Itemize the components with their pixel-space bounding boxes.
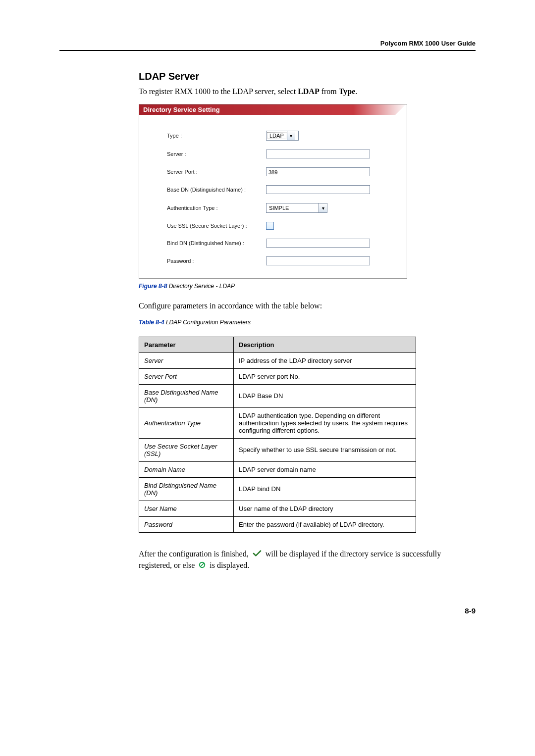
table-row: ServerIP address of the LDAP directory s… <box>139 353 416 368</box>
page: Polycom RMX 1000 User Guide LDAP Server … <box>0 0 535 645</box>
server-port-input[interactable]: 389 <box>266 167 370 176</box>
td-desc: LDAP Base DN <box>234 384 416 407</box>
label-server: Server : <box>167 151 266 157</box>
label-auth-type: Authentication Type : <box>167 205 266 211</box>
base-dn-input[interactable] <box>266 185 370 194</box>
table-row: Base Distinguished Name (DN)LDAP Base DN <box>139 384 416 407</box>
td-desc: LDAP authentication type. Depending on d… <box>234 407 416 438</box>
label-use-ssl: Use SSL (Secure Socket Layer) : <box>167 223 266 229</box>
td-desc: LDAP server domain name <box>234 461 416 477</box>
th-parameter: Parameter <box>139 337 234 353</box>
row-password: Password : <box>167 256 397 265</box>
td-param: User Name <box>139 501 234 516</box>
td-param: Server <box>139 353 234 368</box>
label-server-port: Server Port : <box>167 169 266 175</box>
intro-bold-ldap: LDAP <box>298 87 320 96</box>
figure-caption: Figure 8-8 Directory Service - LDAP <box>139 283 476 290</box>
table-row: Server PortLDAP server port No. <box>139 368 416 384</box>
label-type: Type : <box>167 133 266 139</box>
td-desc: IP address of the LDAP directory server <box>234 353 416 368</box>
table-row: Use Secure Socket Layer (SSL)Specify whe… <box>139 438 416 461</box>
chevron-down-icon: ▾ <box>319 203 327 212</box>
use-ssl-checkbox[interactable] <box>266 222 274 230</box>
intro-text-post: . <box>355 87 357 96</box>
row-server: Server : <box>167 150 397 158</box>
checkmark-icon <box>253 549 262 560</box>
content-area: LDAP Server To register RMX 1000 to the … <box>139 71 476 615</box>
intro-paragraph: To register RMX 1000 to the LDAP server,… <box>139 86 476 97</box>
after-text-3: is displayed. <box>210 561 249 569</box>
td-desc: LDAP server port No. <box>234 368 416 384</box>
after-paragraph: After the configuration is finished, wil… <box>139 549 476 572</box>
row-base-dn: Base DN (Distinguished Name) : <box>167 185 397 194</box>
td-param: Use Secure Socket Layer (SSL) <box>139 438 234 461</box>
label-bind-dn: Bind DN (Distinguished Name) : <box>167 240 266 246</box>
td-param: Password <box>139 516 234 532</box>
type-select[interactable]: LDAP ▾ <box>266 131 299 141</box>
table-row: Bind Distinguished Name (DN)LDAP bind DN <box>139 477 416 501</box>
td-param: Bind Distinguished Name (DN) <box>139 477 234 501</box>
row-bind-dn: Bind DN (Distinguished Name) : <box>167 239 397 248</box>
auth-type-select-value: SIMPLE <box>267 205 318 211</box>
panel-spacer <box>139 115 407 121</box>
th-description: Description <box>234 337 416 353</box>
server-input[interactable] <box>266 150 370 158</box>
td-desc: LDAP bind DN <box>234 477 416 501</box>
row-server-port: Server Port : 389 <box>167 167 397 176</box>
td-param: Server Port <box>139 368 234 384</box>
intro-text: To register RMX 1000 to the LDAP server,… <box>139 87 298 96</box>
intro-bold-type: Type <box>339 87 355 96</box>
bind-dn-input[interactable] <box>266 239 370 248</box>
td-param: Base Distinguished Name (DN) <box>139 384 234 407</box>
table-caption-label: Table 8-4 <box>139 319 164 326</box>
configure-line: Configure parameters in accordance with … <box>139 301 476 311</box>
td-desc: User name of the LDAP directory <box>234 501 416 516</box>
table-header-row: Parameter Description <box>139 337 416 353</box>
td-desc: Specify whether to use SSL secure transm… <box>234 438 416 461</box>
figure-caption-text: Directory Service - LDAP <box>167 283 235 290</box>
panel-titlebar: Directory Service Setting <box>139 104 407 115</box>
running-header: Polycom RMX 1000 User Guide <box>59 40 476 47</box>
chevron-down-icon: ▾ <box>287 131 295 140</box>
label-password: Password : <box>167 258 266 264</box>
table-row: PasswordEnter the password (if available… <box>139 516 416 532</box>
page-number: 8-9 <box>139 606 476 615</box>
table-caption: Table 8-4 LDAP Configuration Parameters <box>139 319 476 326</box>
intro-text-mid: from <box>320 87 339 96</box>
td-param: Authentication Type <box>139 407 234 438</box>
section-title: LDAP Server <box>139 71 476 82</box>
prohibit-icon <box>199 560 206 571</box>
label-base-dn: Base DN (Distinguished Name) : <box>167 187 266 193</box>
auth-type-select[interactable]: SIMPLE ▾ <box>266 203 327 213</box>
config-table: Parameter Description ServerIP address o… <box>139 337 416 533</box>
password-input[interactable] <box>266 256 370 265</box>
row-auth-type: Authentication Type : SIMPLE ▾ <box>167 203 397 213</box>
figure-caption-label: Figure 8-8 <box>139 283 167 290</box>
table-row: Domain NameLDAP server domain name <box>139 461 416 477</box>
td-desc: Enter the password (if available) of LDA… <box>234 516 416 532</box>
directory-service-panel: Directory Service Setting Type : LDAP ▾ … <box>139 104 407 279</box>
table-caption-text: LDAP Configuration Parameters <box>164 319 251 326</box>
svg-line-1 <box>201 563 204 567</box>
table-row: User NameUser name of the LDAP directory <box>139 501 416 516</box>
type-select-value: LDAP <box>267 132 286 139</box>
td-param: Domain Name <box>139 461 234 477</box>
row-type: Type : LDAP ▾ <box>167 131 397 141</box>
header-rule <box>59 50 476 51</box>
form-area: Type : LDAP ▾ Server : Server Port : 389… <box>139 121 407 278</box>
after-text-1: After the configuration is finished, <box>139 550 251 558</box>
table-row: Authentication TypeLDAP authentication t… <box>139 407 416 438</box>
row-use-ssl: Use SSL (Secure Socket Layer) : <box>167 222 397 230</box>
